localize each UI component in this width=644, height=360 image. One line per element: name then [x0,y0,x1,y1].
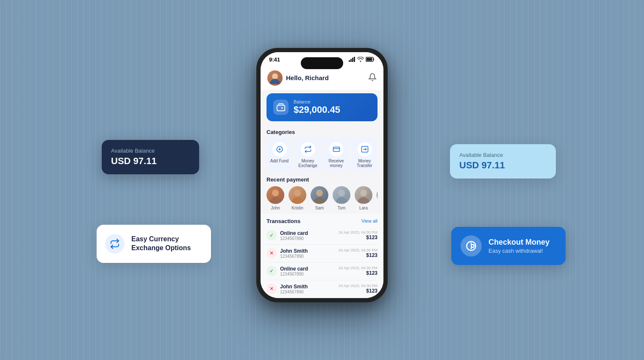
trans-date-3: 24 Apr 2023, 04:30 PM [339,266,378,270]
success-icon-1: ✓ [266,230,277,240]
trans-right-1: 24 Apr 2023, 04:30 PM $123 [339,230,378,240]
svg-point-7 [272,73,278,79]
trans-date-2: 24 Apr 2023, 04:30 PM [339,248,378,252]
checkout-icon [461,235,482,257]
contact-name-kristin: Kristin [291,206,303,210]
checkout-subtitle: Easy cash withdrawal! [489,248,550,254]
checkout-title: Checkout Money [489,238,550,247]
contact-name-tom: Tom [338,206,346,210]
categories-title: Categories [261,125,383,138]
available-balance-dark-card: Available Balance USD 97.11 [102,140,199,174]
contact-tom[interactable]: Tom [333,186,350,210]
transaction-item-2: ✕ John Smith 1234567890 24 Apr 2023, 04:… [266,245,378,262]
contact-sam[interactable]: Sam [311,186,328,210]
category-label-money-exchange: Money Exchange [297,159,319,168]
trans-name-4: John Smith [280,284,335,290]
category-label-receive-money: Receive money [325,159,347,168]
available-balance-dark-amount: USD 97.11 [111,156,190,167]
svg-point-16 [272,190,279,196]
status-bar: 9:41 [261,52,383,65]
user-info: Hello, Richard [267,70,329,86]
trans-info-4: John Smith 1234567890 [280,284,335,294]
avatar [267,70,283,86]
svg-rect-2 [350,59,352,62]
category-add-fund[interactable]: Add Fund [266,138,292,172]
recent-payment-section: Recent payment John Kristin [261,176,383,214]
add-fund-icon [272,142,287,156]
trans-account-1: 1234567890 [280,236,335,241]
svg-rect-4 [354,57,355,62]
contact-john[interactable]: John [266,186,284,210]
svg-rect-3 [352,58,353,62]
balance-card: Balance $29,000.45 [266,93,378,121]
trans-right-2: 24 Apr 2023, 04:30 PM $123 [339,248,378,258]
svg-rect-1 [349,60,350,62]
category-money-transfer[interactable]: Money Transfer [352,138,378,172]
checkout-text-block: Checkout Money Easy cash withdrawal! [489,238,550,254]
balance-text: Balance $29,000.45 [294,99,340,115]
svg-rect-12 [333,147,339,151]
trans-info-1: Online card 1234567890 [280,230,335,241]
trans-amount-4: $123 [339,288,378,294]
phone-outer: 9:41 [256,48,388,302]
status-time: 9:41 [269,56,280,63]
trans-account-4: 1234567890 [280,290,335,294]
avatar-lara [355,186,372,204]
svg-point-17 [294,190,301,196]
status-icons [349,57,375,62]
contact-chi[interactable]: Chi... [377,186,378,210]
svg-rect-6 [366,58,372,61]
trans-name-1: Online card [280,230,335,236]
contacts-row: John Kristin Sam [266,186,378,210]
trans-right-3: 24 Apr 2023, 04:30 PM $123 [339,266,378,276]
recent-payment-title: Recent payment [266,176,378,183]
trans-amount-1: $123 [339,234,378,240]
money-transfer-icon [358,142,372,156]
signal-icon [349,57,355,62]
transactions-section: Transactions View all ✓ Online card 1234… [261,214,383,298]
battery-icon [366,57,375,62]
dynamic-island [301,57,343,69]
phone-screen: 9:41 [261,52,383,298]
transaction-item-1: ✓ Online card 1234567890 24 Apr 2023, 04… [266,227,378,245]
category-label-money-transfer: Money Transfer [353,159,376,168]
success-icon-3: ✓ [266,266,277,276]
svg-point-18 [316,190,323,196]
trans-right-4: 24 Apr 2023, 04:30 PM $123 [339,284,378,294]
trans-date-1: 24 Apr 2023, 04:30 PM [339,230,378,234]
available-balance-light-label: Available Balance [459,152,547,158]
available-balance-dark-label: Available Balance [111,148,190,154]
currency-exchange-text: Easy Currency Exchange Options [131,235,203,253]
transactions-header: Transactions View all [266,214,378,227]
avatar-sam [311,186,328,204]
available-balance-light-card: Available Balance USD 97.11 [450,144,556,179]
greeting-text: Hello, Richard [286,74,329,81]
avatar-john [266,186,284,204]
transactions-title: Transactions [266,218,300,224]
trans-name-2: John Smith [280,248,335,254]
category-money-exchange[interactable]: Money Exchange [295,138,321,172]
trans-info-3: Online card 1234567890 [280,266,335,276]
category-receive-money[interactable]: Receive money [323,138,349,172]
wallet-icon [273,100,289,115]
avatar-kristin [289,186,306,204]
avatar-tom [333,186,350,204]
bell-icon [368,73,377,83]
category-label-add-fund: Add Fund [270,159,289,163]
trans-account-3: 1234567890 [280,272,335,276]
transaction-item-3: ✓ Online card 1234567890 24 Apr 2023, 04… [266,262,378,280]
fail-icon-2: ✕ [266,248,277,258]
svg-point-20 [360,190,367,196]
contact-lara[interactable]: Lara [355,186,372,210]
balance-label: Balance [294,99,340,104]
balance-amount: $29,000.45 [294,104,340,115]
phone-mockup: 9:41 [256,48,388,302]
wifi-icon [357,57,364,62]
view-all-link[interactable]: View all [361,218,378,223]
contact-name-lara: Lara [359,206,368,210]
available-balance-light-amount: USD 97.11 [459,160,547,171]
svg-point-19 [338,190,345,196]
contact-name-john: John [271,206,280,210]
transaction-item-4: ✕ John Smith 1234567890 24 Apr 2023, 04:… [266,280,378,298]
contact-kristin[interactable]: Kristin [289,186,306,210]
